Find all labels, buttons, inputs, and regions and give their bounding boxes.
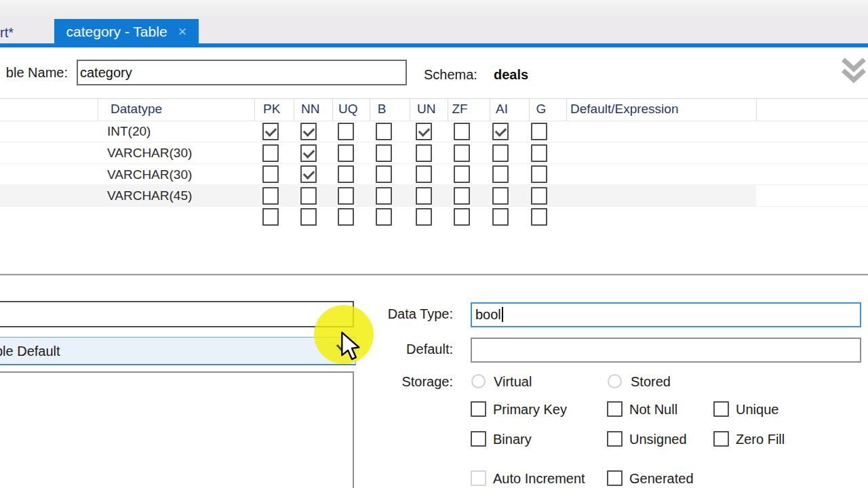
- flag-checkbox-b[interactable]: [376, 144, 392, 162]
- zero-fill-checkbox[interactable]: [713, 431, 729, 447]
- flag-checkbox-g[interactable]: [531, 208, 547, 226]
- primary-key-checkbox[interactable]: [471, 401, 486, 417]
- charset-collation-dropdown[interactable]: ble Default: [0, 337, 356, 365]
- grid-col-separator: [490, 99, 490, 121]
- grid-row-border: [0, 206, 868, 207]
- storage-virtual-label: Virtual: [494, 374, 532, 390]
- unique-checkbox[interactable]: [713, 401, 729, 417]
- default-label: Default:: [358, 342, 453, 357]
- grid-col-separator: [294, 99, 294, 121]
- flag-checkbox-pk[interactable]: [262, 123, 279, 140]
- flag-checkbox-uq[interactable]: [338, 144, 354, 162]
- flag-checkbox-pk[interactable]: [262, 208, 279, 226]
- flag-checkbox-b[interactable]: [376, 165, 392, 183]
- collapse-double-chevron-icon[interactable]: [841, 58, 867, 85]
- flag-checkbox-un[interactable]: [416, 123, 432, 140]
- flag-checkbox-b[interactable]: [376, 208, 392, 226]
- flag-checkbox-uq[interactable]: [338, 208, 354, 226]
- grid-header-ai: AI: [494, 102, 510, 117]
- tab-close-icon[interactable]: ×: [178, 25, 187, 39]
- flag-checkbox-ai[interactable]: [492, 208, 509, 226]
- flag-checkbox-uq[interactable]: [338, 165, 354, 183]
- datatype-cell[interactable]: INT(20): [107, 121, 151, 142]
- grid-header-datatype: Datatype: [111, 102, 162, 117]
- flag-checkbox-ai[interactable]: [492, 144, 509, 162]
- datatype-cell[interactable]: VARCHAR(30): [107, 142, 192, 163]
- flag-checkbox-un[interactable]: [416, 144, 432, 162]
- flag-checkbox-nn[interactable]: [300, 123, 317, 140]
- column-name-input[interactable]: [0, 301, 354, 327]
- flag-checkbox-un[interactable]: [416, 165, 432, 183]
- grid-col-separator: [332, 99, 333, 121]
- datatype-cell[interactable]: VARCHAR(30): [107, 164, 192, 185]
- grid-col-separator: [410, 99, 410, 121]
- flag-checkbox-un[interactable]: [416, 187, 432, 205]
- flag-checkbox-ai[interactable]: [492, 123, 509, 140]
- grid-header-g: G: [533, 102, 549, 117]
- tab-partial-left[interactable]: rt*: [0, 22, 16, 43]
- flag-checkbox-nn[interactable]: [300, 144, 317, 162]
- grid-col-separator: [756, 99, 757, 121]
- flag-checkbox-uq[interactable]: [338, 123, 354, 140]
- tab-category-table[interactable]: category - Table ×: [54, 19, 199, 44]
- flag-checkbox-pk[interactable]: [262, 187, 279, 205]
- grid-header-uq: UQ: [338, 102, 355, 117]
- grid-col-separator: [566, 99, 567, 121]
- flag-checkbox-zf[interactable]: [454, 187, 470, 205]
- flag-checkbox-ai[interactable]: [492, 187, 509, 205]
- flag-checkbox-ai[interactable]: [492, 165, 509, 183]
- mouse-cursor: [340, 331, 364, 361]
- flag-checkbox-b[interactable]: [376, 123, 392, 140]
- schema-value: deals: [494, 67, 528, 83]
- datatype-cell[interactable]: VARCHAR(45): [107, 185, 192, 206]
- storage-radio-virtual[interactable]: [471, 374, 486, 388]
- binary-label: Binary: [493, 432, 532, 447]
- flag-checkbox-nn[interactable]: [300, 165, 317, 183]
- data-type-value: bool: [475, 307, 501, 322]
- not-null-checkbox[interactable]: [607, 401, 623, 417]
- flag-checkbox-zf[interactable]: [454, 165, 470, 183]
- auto-increment-checkbox[interactable]: [471, 470, 486, 486]
- window-toolbar-strip: [0, 0, 868, 19]
- table-name-input[interactable]: category: [77, 60, 407, 85]
- data-type-label: Data Type:: [358, 306, 453, 322]
- flag-checkbox-uq[interactable]: [338, 187, 354, 205]
- flag-checkbox-un[interactable]: [416, 208, 432, 226]
- default-input[interactable]: [471, 338, 861, 363]
- schema-label: Schema:: [424, 67, 477, 83]
- flag-checkbox-pk[interactable]: [262, 144, 279, 162]
- flag-checkbox-b[interactable]: [376, 187, 392, 205]
- grid-header-pk: PK: [263, 102, 279, 117]
- grid-header-un: UN: [417, 102, 433, 117]
- grid-col-separator: [448, 99, 448, 121]
- unsigned-label: Unsigned: [629, 432, 687, 447]
- flag-checkbox-g[interactable]: [531, 187, 547, 205]
- grid-col-separator: [370, 99, 370, 121]
- not-null-label: Not Null: [629, 402, 677, 418]
- data-type-input[interactable]: bool: [471, 302, 861, 327]
- flag-checkbox-g[interactable]: [531, 144, 547, 162]
- flag-checkbox-nn[interactable]: [300, 208, 317, 226]
- unique-label: Unique: [736, 402, 778, 418]
- panel-divider[interactable]: [0, 274, 868, 276]
- tab-bar: rt* category - Table ×: [0, 19, 868, 44]
- flag-checkbox-g[interactable]: [531, 165, 547, 183]
- grid-header-nn: NN: [301, 102, 317, 117]
- unsigned-checkbox[interactable]: [607, 431, 623, 447]
- text-caret: [502, 307, 503, 322]
- grid-col-separator: [254, 99, 255, 121]
- flag-checkbox-zf[interactable]: [454, 144, 470, 162]
- flag-checkbox-zf[interactable]: [454, 123, 470, 140]
- comments-textarea[interactable]: [0, 371, 354, 488]
- grid-header-zf: ZF: [452, 102, 468, 117]
- binary-checkbox[interactable]: [471, 431, 486, 447]
- flag-checkbox-nn[interactable]: [300, 187, 317, 205]
- grid-col-separator: [529, 99, 530, 121]
- storage-radio-stored[interactable]: [608, 374, 622, 388]
- grid-header-default-expression: Default/Expression: [570, 102, 678, 117]
- flag-checkbox-zf[interactable]: [454, 208, 470, 226]
- flag-checkbox-pk[interactable]: [262, 165, 279, 183]
- flag-checkbox-g[interactable]: [531, 123, 547, 140]
- generated-checkbox[interactable]: [607, 470, 623, 486]
- zero-fill-label: Zero Fill: [736, 432, 785, 447]
